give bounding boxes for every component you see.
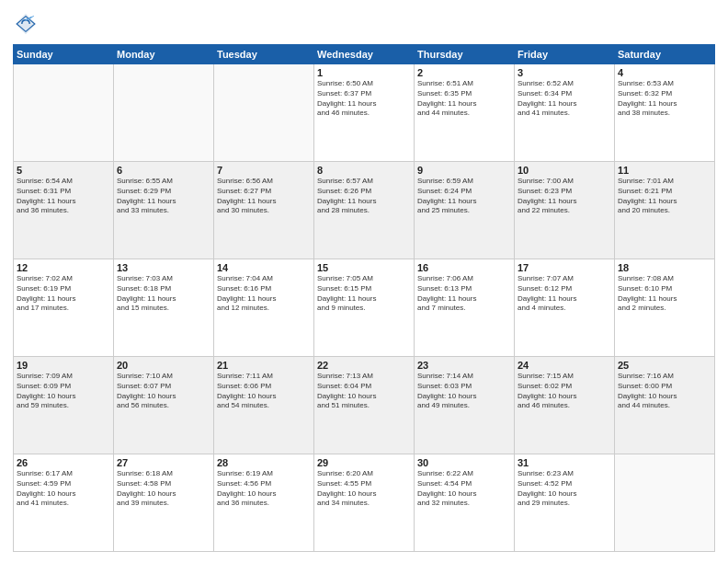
day-cell: 9Sunrise: 6:59 AM Sunset: 6:24 PM Daylig… (415, 162, 515, 259)
header-row: SundayMondayTuesdayWednesdayThursdayFrid… (14, 45, 715, 64)
day-cell: 3Sunrise: 6:52 AM Sunset: 6:34 PM Daylig… (515, 64, 615, 162)
day-cell: 7Sunrise: 6:56 AM Sunset: 6:27 PM Daylig… (214, 162, 314, 259)
day-cell: 31Sunrise: 6:23 AM Sunset: 4:52 PM Dayli… (515, 454, 615, 552)
day-info: Sunrise: 6:17 AM Sunset: 4:59 PM Dayligh… (17, 469, 110, 509)
day-number: 12 (17, 262, 110, 273)
day-cell: 19Sunrise: 7:09 AM Sunset: 6:09 PM Dayli… (14, 357, 114, 454)
day-number: 23 (417, 360, 511, 371)
weekday-header-wednesday: Wednesday (314, 45, 415, 64)
weekday-header-monday: Monday (114, 45, 214, 64)
day-number: 25 (618, 360, 711, 371)
day-info: Sunrise: 7:15 AM Sunset: 6:02 PM Dayligh… (518, 372, 611, 411)
weekday-header-sunday: Sunday (14, 45, 114, 64)
day-number: 14 (217, 262, 311, 273)
day-number: 22 (317, 360, 411, 371)
day-cell: 17Sunrise: 7:07 AM Sunset: 6:12 PM Dayli… (515, 259, 615, 357)
day-cell: 18Sunrise: 7:08 AM Sunset: 6:10 PM Dayli… (615, 259, 715, 357)
day-number: 15 (317, 262, 411, 273)
day-info: Sunrise: 6:59 AM Sunset: 6:24 PM Dayligh… (417, 177, 511, 216)
day-number: 7 (217, 165, 311, 176)
day-cell: 24Sunrise: 7:15 AM Sunset: 6:02 PM Dayli… (515, 357, 615, 454)
day-info: Sunrise: 6:50 AM Sunset: 6:37 PM Dayligh… (317, 79, 411, 119)
day-number: 27 (117, 457, 210, 468)
day-info: Sunrise: 6:51 AM Sunset: 6:35 PM Dayligh… (417, 79, 511, 119)
day-info: Sunrise: 6:22 AM Sunset: 4:54 PM Dayligh… (417, 469, 511, 509)
day-cell: 29Sunrise: 6:20 AM Sunset: 4:55 PM Dayli… (314, 454, 415, 552)
day-info: Sunrise: 7:06 AM Sunset: 6:13 PM Dayligh… (417, 274, 511, 314)
day-info: Sunrise: 7:07 AM Sunset: 6:12 PM Dayligh… (518, 274, 611, 314)
day-number: 1 (317, 67, 411, 78)
day-cell: 21Sunrise: 7:11 AM Sunset: 6:06 PM Dayli… (214, 357, 314, 454)
day-info: Sunrise: 6:19 AM Sunset: 4:56 PM Dayligh… (217, 469, 311, 509)
week-row-5: 26Sunrise: 6:17 AM Sunset: 4:59 PM Dayli… (14, 454, 715, 552)
day-number: 31 (518, 457, 611, 468)
day-info: Sunrise: 6:20 AM Sunset: 4:55 PM Dayligh… (317, 469, 411, 509)
week-row-4: 19Sunrise: 7:09 AM Sunset: 6:09 PM Dayli… (14, 357, 715, 454)
logo-icon (13, 11, 39, 37)
week-row-3: 12Sunrise: 7:02 AM Sunset: 6:19 PM Dayli… (14, 259, 715, 357)
day-number: 5 (17, 165, 110, 176)
day-cell: 23Sunrise: 7:14 AM Sunset: 6:03 PM Dayli… (415, 357, 515, 454)
day-info: Sunrise: 6:54 AM Sunset: 6:31 PM Dayligh… (17, 177, 110, 216)
day-number: 9 (417, 165, 511, 176)
day-cell: 27Sunrise: 6:18 AM Sunset: 4:58 PM Dayli… (114, 454, 214, 552)
day-cell: 6Sunrise: 6:55 AM Sunset: 6:29 PM Daylig… (114, 162, 214, 259)
logo (13, 11, 42, 37)
day-info: Sunrise: 6:52 AM Sunset: 6:34 PM Dayligh… (518, 79, 611, 119)
day-cell (214, 64, 314, 162)
day-info: Sunrise: 7:11 AM Sunset: 6:06 PM Dayligh… (217, 372, 311, 411)
header (13, 11, 715, 37)
week-row-2: 5Sunrise: 6:54 AM Sunset: 6:31 PM Daylig… (14, 162, 715, 259)
day-info: Sunrise: 6:53 AM Sunset: 6:32 PM Dayligh… (618, 79, 711, 119)
day-cell: 15Sunrise: 7:05 AM Sunset: 6:15 PM Dayli… (314, 259, 415, 357)
day-cell: 12Sunrise: 7:02 AM Sunset: 6:19 PM Dayli… (14, 259, 114, 357)
calendar-table: SundayMondayTuesdayWednesdayThursdayFrid… (13, 44, 715, 552)
day-info: Sunrise: 6:57 AM Sunset: 6:26 PM Dayligh… (317, 177, 411, 216)
day-number: 30 (417, 457, 511, 468)
day-cell: 20Sunrise: 7:10 AM Sunset: 6:07 PM Dayli… (114, 357, 214, 454)
day-cell: 25Sunrise: 7:16 AM Sunset: 6:00 PM Dayli… (615, 357, 715, 454)
day-cell: 5Sunrise: 6:54 AM Sunset: 6:31 PM Daylig… (14, 162, 114, 259)
weekday-header-saturday: Saturday (615, 45, 715, 64)
day-cell: 1Sunrise: 6:50 AM Sunset: 6:37 PM Daylig… (314, 64, 415, 162)
day-cell: 14Sunrise: 7:04 AM Sunset: 6:16 PM Dayli… (214, 259, 314, 357)
weekday-header-friday: Friday (515, 45, 615, 64)
day-info: Sunrise: 7:00 AM Sunset: 6:23 PM Dayligh… (518, 177, 611, 216)
weekday-header-thursday: Thursday (415, 45, 515, 64)
day-number: 13 (117, 262, 210, 273)
day-cell: 11Sunrise: 7:01 AM Sunset: 6:21 PM Dayli… (615, 162, 715, 259)
page: SundayMondayTuesdayWednesdayThursdayFrid… (0, 0, 728, 563)
day-cell (114, 64, 214, 162)
day-info: Sunrise: 7:13 AM Sunset: 6:04 PM Dayligh… (317, 372, 411, 411)
day-number: 26 (17, 457, 110, 468)
day-info: Sunrise: 7:14 AM Sunset: 6:03 PM Dayligh… (417, 372, 511, 411)
day-cell: 22Sunrise: 7:13 AM Sunset: 6:04 PM Dayli… (314, 357, 415, 454)
week-row-1: 1Sunrise: 6:50 AM Sunset: 6:37 PM Daylig… (14, 64, 715, 162)
day-cell (14, 64, 114, 162)
day-number: 29 (317, 457, 411, 468)
day-cell: 30Sunrise: 6:22 AM Sunset: 4:54 PM Dayli… (415, 454, 515, 552)
day-number: 18 (618, 262, 711, 273)
day-info: Sunrise: 7:09 AM Sunset: 6:09 PM Dayligh… (17, 372, 110, 411)
day-info: Sunrise: 7:04 AM Sunset: 6:16 PM Dayligh… (217, 274, 311, 314)
day-info: Sunrise: 6:23 AM Sunset: 4:52 PM Dayligh… (518, 469, 611, 509)
day-number: 24 (518, 360, 611, 371)
day-number: 21 (217, 360, 311, 371)
day-info: Sunrise: 7:08 AM Sunset: 6:10 PM Dayligh… (618, 274, 711, 314)
day-number: 20 (117, 360, 210, 371)
day-cell: 4Sunrise: 6:53 AM Sunset: 6:32 PM Daylig… (615, 64, 715, 162)
day-number: 28 (217, 457, 311, 468)
day-info: Sunrise: 6:55 AM Sunset: 6:29 PM Dayligh… (117, 177, 210, 216)
day-cell: 10Sunrise: 7:00 AM Sunset: 6:23 PM Dayli… (515, 162, 615, 259)
day-info: Sunrise: 6:56 AM Sunset: 6:27 PM Dayligh… (217, 177, 311, 216)
day-info: Sunrise: 7:03 AM Sunset: 6:18 PM Dayligh… (117, 274, 210, 314)
day-info: Sunrise: 6:18 AM Sunset: 4:58 PM Dayligh… (117, 469, 210, 509)
day-cell: 26Sunrise: 6:17 AM Sunset: 4:59 PM Dayli… (14, 454, 114, 552)
day-number: 11 (618, 165, 711, 176)
weekday-header-tuesday: Tuesday (214, 45, 314, 64)
day-number: 19 (17, 360, 110, 371)
day-info: Sunrise: 7:01 AM Sunset: 6:21 PM Dayligh… (618, 177, 711, 216)
day-cell: 8Sunrise: 6:57 AM Sunset: 6:26 PM Daylig… (314, 162, 415, 259)
day-cell: 13Sunrise: 7:03 AM Sunset: 6:18 PM Dayli… (114, 259, 214, 357)
day-info: Sunrise: 7:05 AM Sunset: 6:15 PM Dayligh… (317, 274, 411, 314)
